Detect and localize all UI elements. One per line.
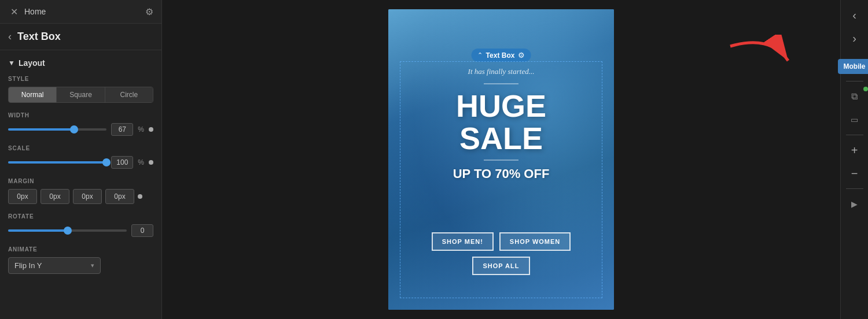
plus-icon: +: [851, 144, 858, 157]
margin-prop-row: MARGIN 0px 0px 0px 0px: [8, 178, 153, 204]
add-button[interactable]: +: [844, 140, 865, 161]
canvas-main-line1: HUGE: [406, 90, 597, 121]
right-panel-divider1: [846, 81, 863, 81]
textbox-toolbar[interactable]: ⌃ Text Box ⚙: [472, 49, 531, 62]
width-value[interactable]: 67: [111, 123, 133, 136]
margin-top[interactable]: 0px: [8, 189, 37, 204]
margin-right[interactable]: 0px: [41, 189, 69, 204]
textbox-toolbar-label: Text Box: [486, 51, 515, 60]
scale-label: SCALE: [8, 145, 153, 151]
scale-prop-row: SCALE 100 %: [8, 145, 153, 169]
right-panel-divider3: [846, 188, 863, 189]
close-button[interactable]: ✕: [8, 6, 20, 17]
scale-dot-button[interactable]: [149, 160, 153, 165]
width-label: WIDTH: [8, 112, 153, 118]
rotate-value[interactable]: 0: [131, 224, 153, 237]
preview-button[interactable]: ▶: [844, 194, 865, 214]
scale-slider-thumb[interactable]: [102, 158, 111, 166]
right-panel: ‹ › Mobile ⧉ ▭ + − ▶: [840, 0, 868, 319]
canvas-preview: ⌃ Text Box ⚙ It has finally started... H…: [388, 9, 614, 310]
scale-slider-row: 100 %: [8, 156, 153, 169]
style-prop-row: STYLE Normal Square Circle: [8, 76, 153, 103]
width-dot-button[interactable]: [149, 127, 153, 132]
rotate-label: ROTATE: [8, 213, 153, 220]
main-area: ⌃ Text Box ⚙ It has finally started... H…: [162, 0, 840, 319]
minus-icon: −: [851, 167, 858, 180]
panel-header: ✕ Home ⚙: [0, 0, 161, 24]
left-panel: ✕ Home ⚙ ‹ Text Box ▼ Layout STYLE Norma…: [0, 0, 162, 319]
canvas-btn-row2: SHOP ALL: [472, 257, 529, 275]
width-prop-row: WIDTH 67 %: [8, 112, 153, 136]
width-slider-fill: [8, 128, 74, 131]
canvas-subtitle: It has finally started...: [406, 67, 597, 76]
margin-left[interactable]: 0px: [105, 189, 134, 204]
margin-label: MARGIN: [8, 178, 153, 184]
textbox-toolbar-gear-icon[interactable]: ⚙: [518, 51, 525, 60]
animate-value: Flip In Y: [14, 261, 42, 270]
style-normal-button[interactable]: Normal: [9, 87, 57, 102]
animate-dropdown[interactable]: Flip In Y ▾: [8, 257, 101, 274]
width-slider-thumb[interactable]: [70, 125, 78, 133]
left-chevron-button[interactable]: ‹: [844, 5, 865, 25]
canvas-divider-top: [484, 83, 518, 84]
section-arrow[interactable]: ▼: [8, 59, 15, 67]
canvas-sub-text: UP TO 70% OFF: [406, 166, 597, 181]
scale-slider-track[interactable]: [8, 161, 106, 164]
right-chevron-button[interactable]: ›: [844, 28, 865, 49]
margin-dot-button[interactable]: [138, 194, 142, 199]
left-chevron-icon: ‹: [852, 9, 856, 22]
canvas-main-line2: SALE: [406, 123, 597, 154]
new-page-button[interactable]: ⧉: [844, 86, 865, 107]
mobile-view-button[interactable]: Mobile: [838, 59, 869, 74]
margin-inputs: 0px 0px 0px 0px: [8, 189, 153, 204]
animate-prop-row: ANIMATE Flip In Y ▾: [8, 246, 153, 274]
margin-bottom[interactable]: 0px: [73, 189, 102, 204]
remove-button[interactable]: −: [844, 163, 865, 184]
animate-chevron-icon: ▾: [91, 262, 94, 269]
back-button[interactable]: ‹: [8, 31, 12, 43]
home-label: Home: [24, 7, 46, 16]
panel-body: ▼ Layout STYLE Normal Square Circle WIDT…: [0, 50, 161, 319]
animate-label: ANIMATE: [8, 246, 153, 253]
right-panel-divider2: [846, 135, 863, 135]
width-unit: %: [138, 125, 144, 133]
scale-value[interactable]: 100: [111, 156, 133, 169]
monitor-view-button[interactable]: ▭: [844, 109, 865, 130]
canvas-buttons: SHOP MEN! SHOP WOMEN SHOP ALL: [388, 232, 614, 275]
red-arrow-indicator: [724, 35, 794, 81]
rotate-slider-row: 0: [8, 224, 153, 237]
panel-subheader: ‹ Text Box: [0, 24, 161, 50]
style-label: STYLE: [8, 76, 153, 82]
style-square-button[interactable]: Square: [57, 87, 105, 102]
new-page-icon: ⧉: [851, 91, 858, 102]
shop-all-button[interactable]: SHOP ALL: [472, 257, 529, 275]
canvas-btn-row1: SHOP MEN! SHOP WOMEN: [432, 232, 571, 251]
width-slider-track[interactable]: [8, 128, 106, 131]
canvas-divider-bottom: [484, 160, 518, 161]
settings-button[interactable]: ⚙: [145, 6, 153, 17]
shop-women-button[interactable]: SHOP WOMEN: [499, 232, 571, 251]
monitor-icon: ▭: [851, 115, 858, 124]
rotate-slider-fill: [8, 229, 68, 232]
right-chevron-icon: ›: [852, 32, 856, 45]
canvas-text-container: It has finally started... HUGE SALE UP T…: [406, 67, 597, 181]
play-icon: ▶: [851, 199, 858, 209]
scale-unit: %: [138, 158, 144, 166]
shop-men-button[interactable]: SHOP MEN!: [432, 232, 494, 251]
textbox-toolbar-chevron-icon: ⌃: [477, 51, 483, 59]
rotate-prop-row: ROTATE 0: [8, 213, 153, 237]
rotate-slider-thumb[interactable]: [64, 227, 72, 235]
scale-slider-fill: [8, 161, 106, 164]
layout-section-header: ▼ Layout: [8, 58, 153, 68]
mobile-active-indicator: [863, 87, 868, 91]
style-circle-button[interactable]: Circle: [105, 87, 153, 102]
width-slider-row: 67 %: [8, 123, 153, 136]
section-title: Layout: [19, 58, 45, 68]
panel-title: Text Box: [17, 31, 61, 43]
style-buttons: Normal Square Circle: [8, 87, 153, 103]
rotate-slider-track[interactable]: [8, 229, 127, 232]
